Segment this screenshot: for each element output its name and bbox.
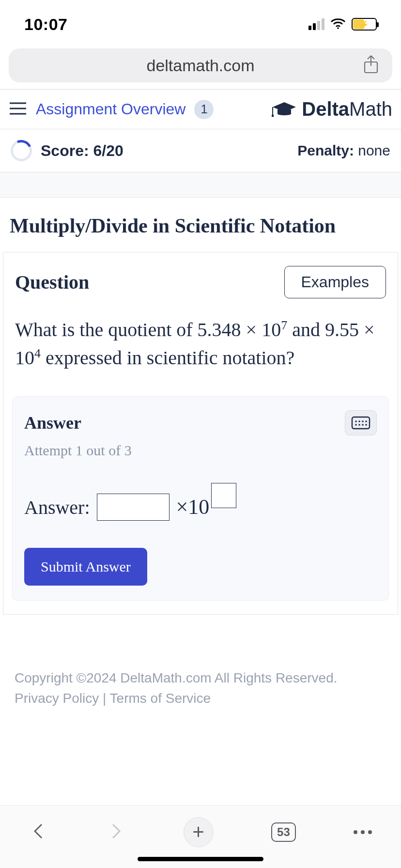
svg-point-14 [362,424,364,426]
question-header: Question Examples [3,252,398,303]
svg-point-8 [355,420,357,422]
question-card: Question Examples What is the quotient o… [3,252,398,615]
score-row: Score: 6/20 Penalty: none [0,129,401,172]
back-button[interactable] [29,822,48,843]
svg-point-12 [355,424,357,426]
terms-link[interactable]: Terms of Service [110,691,211,706]
svg-point-13 [358,424,360,426]
browser-address-bar-wrap: deltamath.com [0,48,401,89]
browser-address-bar[interactable]: deltamath.com [9,48,392,82]
answer-block: Answer Attempt 1 out of 3 Answer: ×10 Su… [12,396,389,601]
copyright-text: Copyright ©2024 DeltaMath.com All Rights… [15,668,386,688]
tabs-button[interactable]: 53 [271,822,296,842]
new-tab-button[interactable]: + [184,817,214,847]
forward-button[interactable] [106,822,125,843]
answer-input-row: Answer: ×10 [24,494,377,521]
assignment-overview-link[interactable]: Assignment Overview [36,100,185,118]
submit-answer-button[interactable]: Submit Answer [24,548,147,586]
browser-bottom-nav: + 53 [0,805,401,868]
examples-button[interactable]: Examples [284,266,386,298]
privacy-policy-link[interactable]: Privacy Policy [15,691,99,706]
svg-point-15 [365,424,367,426]
more-icon[interactable] [354,830,372,834]
coefficient-input[interactable] [97,494,170,521]
exponent-input[interactable] [211,483,236,508]
assignment-count-badge: 1 [194,100,214,119]
menu-icon[interactable] [9,101,27,118]
status-icons: ⚡ [308,17,377,31]
status-bar: 10:07 ⚡ [0,0,401,48]
keyboard-icon[interactable] [345,410,377,435]
footer: Copyright ©2024 DeltaMath.com All Rights… [0,615,401,709]
share-icon[interactable] [362,54,380,77]
wifi-icon [330,17,346,31]
question-body: What is the quotient of 5.348 × 107 and … [3,303,398,391]
answer-title: Answer [24,413,81,433]
page-title: Multiply/Divide in Scientific Notation [0,198,401,252]
answer-row-label: Answer: [24,496,90,519]
question-label: Question [15,271,89,294]
app-header: Assignment Overview 1 DeltaMath [0,90,401,129]
status-time: 10:07 [24,15,67,34]
url-text: deltamath.com [147,56,255,75]
penalty-text: Penalty: none [297,142,390,159]
svg-point-11 [365,420,367,422]
logo-text: DeltaMath [302,98,392,120]
svg-point-6 [272,114,274,117]
progress-spinner-icon [8,137,35,164]
svg-point-10 [362,420,364,422]
score-text: Score: 6/20 [41,142,123,160]
svg-point-0 [337,27,339,29]
home-indicator [138,857,263,861]
deltamath-logo[interactable]: DeltaMath [272,98,392,120]
times-ten-label: ×10 [176,495,237,520]
attempt-text: Attempt 1 out of 3 [24,442,377,459]
graduation-cap-icon [272,100,297,119]
cellular-signal-icon [308,18,324,30]
svg-rect-7 [352,417,370,429]
battery-icon: ⚡ [352,18,377,31]
svg-point-9 [358,420,360,422]
section-gap [0,172,401,198]
